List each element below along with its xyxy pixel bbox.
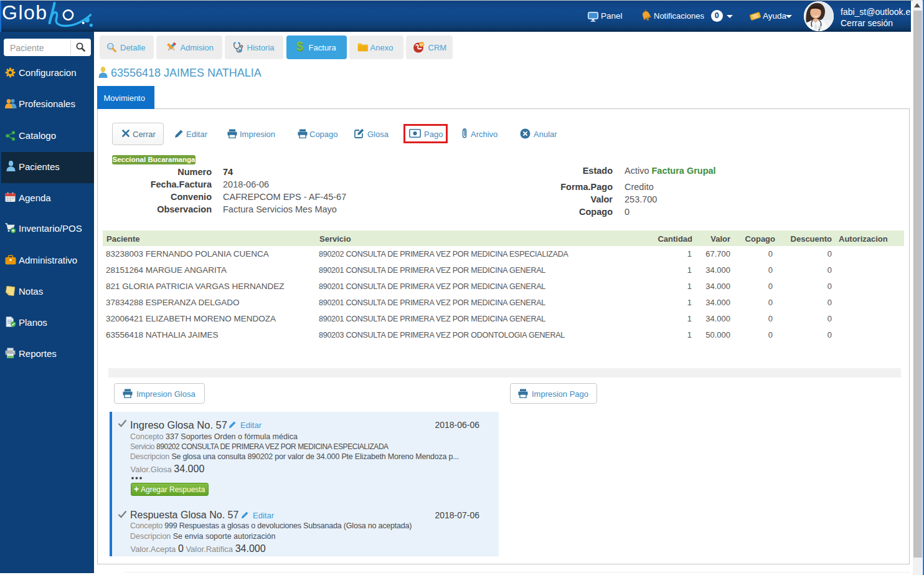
svg-text:24/7: 24/7 [420, 44, 423, 46]
